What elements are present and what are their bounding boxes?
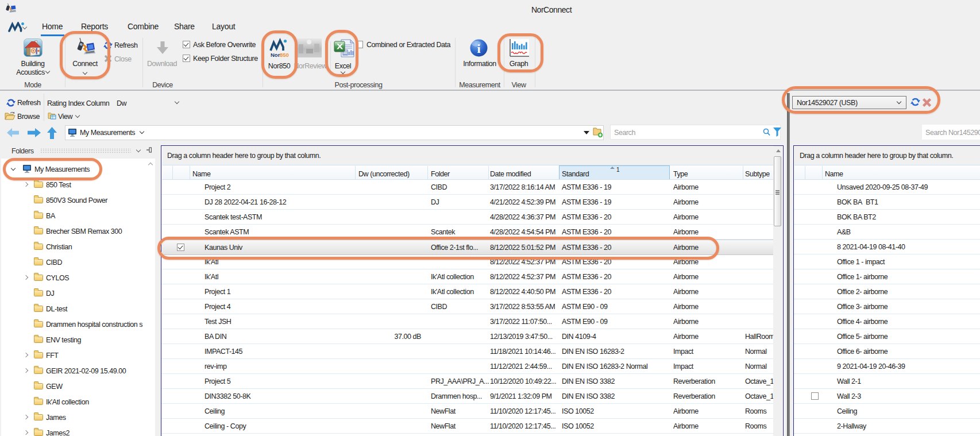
svg-text:i: i — [477, 41, 480, 56]
